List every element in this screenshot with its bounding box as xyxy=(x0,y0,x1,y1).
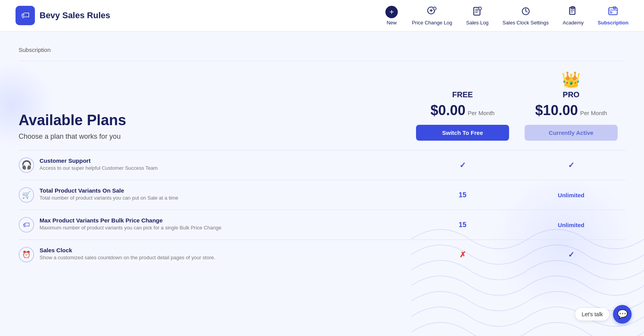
academy-icon xyxy=(568,6,578,18)
feature-title-total-variants: Total Product Variants On Sale xyxy=(40,187,178,194)
switch-to-free-button[interactable]: Switch To Free xyxy=(416,125,509,141)
feature-title-max-variants: Max Product Variants Per Bulk Price Chan… xyxy=(40,217,221,224)
check-icon-free-support: ✓ xyxy=(459,160,466,170)
free-val-sales-clock: ✗ xyxy=(408,250,517,259)
svg-text:!: ! xyxy=(434,7,435,10)
free-plan-price: $0.00 xyxy=(430,102,465,119)
chat-icon: 💬 xyxy=(617,309,628,319)
chat-label: Let's talk xyxy=(575,308,609,320)
free-val-customer-support: ✓ xyxy=(408,160,517,170)
main-nav: + New ! Price Change Log xyxy=(385,6,628,26)
feature-left-max-variants: 🏷 Max Product Variants Per Bulk Price Ch… xyxy=(19,217,408,233)
nav-label-sales-log: Sales Log xyxy=(466,20,489,26)
svg-rect-9 xyxy=(609,8,617,15)
feature-row-total-variants: 🛒 Total Product Variants On Sale Total n… xyxy=(19,180,625,210)
header: 🏷 Bevy Sales Rules + New ! Price Change … xyxy=(0,0,644,31)
plans-grid: Available Plans Choose a plan that works… xyxy=(19,71,625,147)
currently-active-button: Currently Active xyxy=(525,125,618,141)
feature-text-max-variants: Max Product Variants Per Bulk Price Chan… xyxy=(40,217,221,231)
logo[interactable]: 🏷 Bevy Sales Rules xyxy=(16,6,110,25)
feature-title-sales-clock: Sales Clock xyxy=(40,247,215,253)
section-label: Subscription xyxy=(19,47,625,53)
pro-plan-price-unit: Per Month xyxy=(580,110,607,116)
free-price-row: $0.00 Per Month xyxy=(430,102,494,119)
nav-item-sales-log[interactable]: ! Sales Log xyxy=(466,6,489,26)
nav-item-price-change-log[interactable]: ! Price Change Log xyxy=(412,6,452,26)
free-val-total-variants: 15 xyxy=(408,191,517,199)
free-val-max-variants: 15 xyxy=(408,221,517,229)
x-icon-free-clock: ✗ xyxy=(459,250,466,259)
nav-item-academy[interactable]: Academy xyxy=(563,6,584,26)
pro-plan-name: PRO xyxy=(563,90,579,99)
plans-header-left: Available Plans Choose a plan that works… xyxy=(19,112,408,147)
feature-left-customer-support: 🎧 Customer Support Access to our super h… xyxy=(19,157,408,173)
features-table: 🎧 Customer Support Access to our super h… xyxy=(19,150,625,269)
feature-left-sales-clock: ⏰ Sales Clock Show a customized sales co… xyxy=(19,247,408,262)
feature-text-customer-support: Customer Support Access to our super hel… xyxy=(40,157,158,171)
pro-val-total-variants: Unlimited xyxy=(517,192,625,198)
pro-price-row: $10.00 Per Month xyxy=(535,102,607,119)
feature-text-total-variants: Total Product Variants On Sale Total num… xyxy=(40,187,178,201)
feature-left-total-variants: 🛒 Total Product Variants On Sale Total n… xyxy=(19,187,408,203)
feature-text-sales-clock: Sales Clock Show a customized sales coun… xyxy=(40,247,215,260)
pro-val-max-variants: Unlimited xyxy=(517,222,625,228)
price-change-log-icon: ! xyxy=(426,6,437,18)
logo-icon: 🏷 xyxy=(16,6,35,25)
sales-clock-settings-icon xyxy=(520,6,531,18)
feature-row-sales-clock: ⏰ Sales Clock Show a customized sales co… xyxy=(19,240,625,269)
nav-label-academy: Academy xyxy=(563,20,584,26)
max-variants-icon: 🏷 xyxy=(19,217,34,233)
nav-item-subscription[interactable]: Subscription xyxy=(598,6,628,26)
feature-desc-total-variants: Total number of product variants you can… xyxy=(40,195,178,201)
section-divider xyxy=(19,61,625,61)
free-plan-column: FREE $0.00 Per Month Switch To Free xyxy=(408,90,517,147)
new-icon: + xyxy=(385,6,398,18)
svg-rect-10 xyxy=(610,12,612,13)
pro-plan-column: 👑 PRO $10.00 Per Month Currently Active xyxy=(517,71,625,147)
feature-row-max-variants: 🏷 Max Product Variants Per Bulk Price Ch… xyxy=(19,210,625,240)
check-icon-pro-clock: ✓ xyxy=(568,250,575,259)
check-icon-pro-support: ✓ xyxy=(568,160,575,170)
plans-subtitle: Choose a plan that works for you xyxy=(19,133,408,141)
sales-log-icon: ! xyxy=(472,6,483,18)
feature-row-customer-support: 🎧 Customer Support Access to our super h… xyxy=(19,150,625,180)
nav-label-sales-clock-settings: Sales Clock Settings xyxy=(502,20,549,26)
svg-text:!: ! xyxy=(480,7,480,10)
chat-button[interactable]: 💬 xyxy=(613,305,632,324)
nav-item-new[interactable]: + New xyxy=(385,6,398,26)
pro-val-sales-clock: ✓ xyxy=(517,250,625,259)
nav-label-subscription: Subscription xyxy=(598,20,628,26)
feature-desc-sales-clock: Show a customized sales countdown on the… xyxy=(40,255,215,260)
feature-desc-max-variants: Maximum number of product variants you c… xyxy=(40,225,221,231)
app-name: Bevy Sales Rules xyxy=(40,10,110,21)
pro-plan-crown-icon: 👑 xyxy=(561,71,581,89)
feature-title-customer-support: Customer Support xyxy=(40,157,158,164)
feature-desc-customer-support: Access to our super helpful Customer Suc… xyxy=(40,165,158,171)
subscription-icon xyxy=(608,6,618,18)
total-variants-icon: 🛒 xyxy=(19,187,34,203)
chat-widget: Let's talk 💬 xyxy=(575,305,632,324)
pro-plan-price: $10.00 xyxy=(535,102,578,119)
nav-label-new: New xyxy=(387,20,397,26)
plans-title: Available Plans xyxy=(19,112,408,129)
main-content: Subscription Available Plans Choose a pl… xyxy=(0,31,644,285)
nav-item-sales-clock-settings[interactable]: Sales Clock Settings xyxy=(502,6,549,26)
free-plan-name: FREE xyxy=(452,90,473,99)
pro-val-customer-support: ✓ xyxy=(517,160,625,170)
sales-clock-icon: ⏰ xyxy=(19,247,34,262)
nav-label-price-change-log: Price Change Log xyxy=(412,20,452,26)
customer-support-icon: 🎧 xyxy=(19,157,34,173)
free-plan-price-unit: Per Month xyxy=(468,110,494,116)
